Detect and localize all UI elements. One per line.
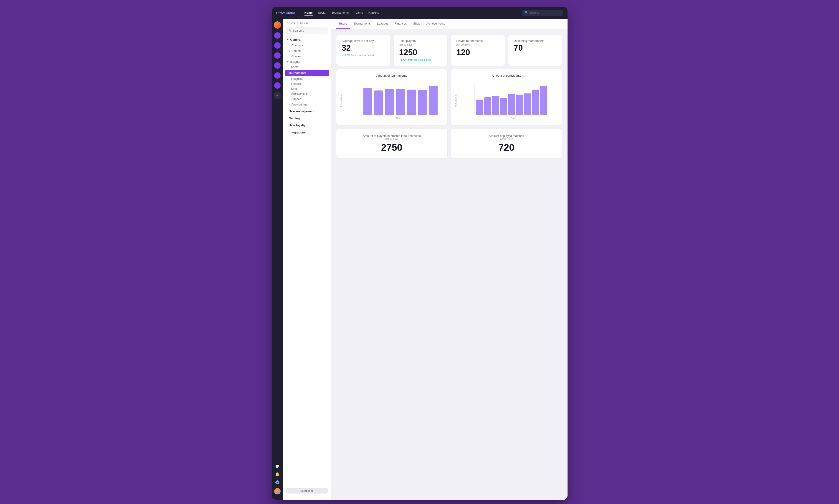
- chevron-right-icon: ›: [289, 44, 290, 47]
- sidebar-item-support[interactable]: › Support: [283, 96, 331, 102]
- sub-tabs: Users Tournaments Leagues Finances Shop …: [331, 19, 567, 29]
- sidebar-section-general: ▼ General › Company › Content › Content: [283, 37, 331, 107]
- chart-tournaments-wrapper: Tournaments: [342, 81, 442, 121]
- stat-card-total-players-value: 1250: [399, 48, 442, 57]
- svg-rect-10: [418, 90, 427, 115]
- sidebar-section-user-management-title[interactable]: › User management: [283, 108, 331, 114]
- nav-icon-4[interactable]: [274, 62, 280, 69]
- add-workspace-button[interactable]: +: [274, 92, 280, 99]
- sidebar-section-integrations-label: Integrations: [289, 131, 306, 134]
- bottom-stat-interested-title: Amount of players interested in tourname…: [342, 134, 442, 138]
- sidebar-section-user-management-label: User management: [289, 110, 314, 113]
- sidebar-section-gaming-label: Gaming: [289, 116, 300, 120]
- chart-tournaments-svg: Date: [351, 81, 442, 120]
- tab-tournaments[interactable]: Tournaments: [351, 19, 373, 29]
- sidebar-subitem-shop[interactable]: Shop: [283, 86, 331, 91]
- chevron-right-icon: ›: [289, 98, 290, 101]
- tab-users[interactable]: Users: [336, 19, 350, 29]
- stat-card-played-tournaments-title: Played tournaments: [457, 39, 499, 42]
- sidebar-search[interactable]: 🔍: [286, 28, 328, 34]
- sidebar-subitem-achievements[interactable]: Achievements: [283, 91, 331, 96]
- svg-rect-20: [516, 94, 523, 115]
- collapse-all-button[interactable]: Collapse all: [286, 488, 328, 493]
- svg-point-1: [276, 24, 277, 26]
- chevron-right-icon: ›: [287, 131, 287, 134]
- sidebar-section-integrations-title[interactable]: › Integrations: [283, 129, 331, 136]
- nav-home[interactable]: Home: [305, 10, 313, 16]
- top-avatar: [274, 21, 281, 29]
- stat-card-total-players-change: +4.76% from previous period: [399, 58, 442, 61]
- sidebar-subitem-leagues[interactable]: Leagues: [283, 76, 331, 82]
- svg-rect-16: [484, 97, 491, 115]
- stat-card-played-tournaments-subtitle: last 30 days: [457, 43, 499, 46]
- user-avatar[interactable]: [274, 488, 280, 494]
- sidebar-item-app-settings[interactable]: › App settings: [283, 102, 331, 107]
- nav-icon-2[interactable]: [274, 42, 280, 49]
- tab-leagues[interactable]: Leagues: [374, 19, 391, 29]
- sidebar-search-input[interactable]: [293, 29, 326, 32]
- chart-card-tournaments: Amount of tournaments Tournaments: [336, 69, 447, 125]
- chart-tournaments-y-label: Tournaments: [340, 94, 343, 107]
- top-nav: StriveCloud Home Social Tournaments Team…: [272, 7, 567, 19]
- sidebar-section-gaming: › Gaming: [283, 115, 331, 121]
- stat-card-total-players-subtitle: last 30 days: [399, 43, 442, 46]
- svg-text:Date: Date: [511, 117, 516, 120]
- dashboard: Average players per day 32 +18.3% from p…: [331, 29, 567, 164]
- chevron-right-icon: ›: [287, 110, 287, 112]
- stat-card-upcoming-tournaments-value: 70: [514, 43, 557, 53]
- chevron-right-icon: ›: [289, 55, 290, 58]
- chat-icon[interactable]: 💬: [275, 464, 280, 469]
- logo: StriveCloud: [276, 11, 295, 15]
- stat-card-total-players-title: Total players: [399, 39, 442, 42]
- settings-icon[interactable]: ⚙️: [275, 480, 280, 484]
- nav-social[interactable]: Social: [318, 10, 326, 16]
- main-layout: + 💬 🔔 ⚙️ Control Panel 🔍 ▼ General: [272, 19, 567, 500]
- sidebar-section-user-loyalty-label: User loyalty: [289, 124, 306, 127]
- sidebar-subitem-finances[interactable]: Finances: [283, 82, 331, 86]
- tab-achievements[interactable]: Achievements: [424, 19, 448, 29]
- nav-teams[interactable]: Teams: [354, 10, 363, 16]
- chart-participants-y-label: Participants: [454, 94, 457, 106]
- bottom-stat-matches-value: 720: [457, 142, 557, 153]
- nav-icon-5[interactable]: [274, 72, 280, 79]
- sidebar-section-user-loyalty-title[interactable]: › User loyalty: [283, 122, 331, 128]
- content-area: Users Tournaments Leagues Finances Shop …: [331, 19, 567, 500]
- sidebar-section-integrations: › Integrations: [283, 129, 331, 136]
- chevron-right-icon: ›: [287, 124, 287, 127]
- top-search-bar[interactable]: 🔍: [522, 10, 563, 16]
- bottom-stat-matches-subtitle: last 30 days: [457, 138, 557, 140]
- svg-point-2: [278, 24, 279, 26]
- chart-card-participants: Amount of participants Participants: [451, 69, 562, 125]
- svg-rect-23: [540, 86, 547, 115]
- chart-participants-svg: Date: [466, 81, 557, 120]
- svg-rect-11: [429, 86, 438, 115]
- stat-card-avg-players-change: +18.3% from previous period: [342, 54, 384, 57]
- icon-bar: + 💬 🔔 ⚙️: [272, 19, 283, 500]
- tab-finances[interactable]: Finances: [392, 19, 410, 29]
- nav-icon-1[interactable]: [274, 32, 280, 39]
- sidebar-section-general-title[interactable]: ▼ General: [283, 37, 331, 43]
- chevron-down-icon: ▼: [287, 61, 289, 63]
- svg-rect-9: [407, 90, 416, 115]
- bottom-stat-card-interested: Amount of players interested in tourname…: [336, 129, 447, 159]
- sidebar-item-company[interactable]: › Company: [283, 43, 331, 48]
- top-search-input[interactable]: [530, 11, 561, 14]
- sidebar-subitem-tournaments[interactable]: Tournaments: [285, 70, 329, 76]
- sidebar-section-gaming-title[interactable]: › Gaming: [283, 115, 331, 121]
- svg-rect-17: [492, 96, 499, 115]
- tab-shop[interactable]: Shop: [410, 19, 423, 29]
- sidebar-item-insights[interactable]: ▼ Insights: [283, 59, 331, 65]
- sidebar-subitem-users[interactable]: Users: [283, 65, 331, 70]
- logo-highlight: Strive: [276, 11, 286, 15]
- nav-icon-6[interactable]: [274, 82, 280, 89]
- svg-rect-22: [532, 90, 539, 115]
- nav-icon-3[interactable]: [274, 52, 280, 59]
- bell-icon[interactable]: 🔔: [275, 472, 280, 476]
- nav-ranking[interactable]: Ranking: [369, 10, 379, 16]
- sidebar-item-content-2[interactable]: › Content: [283, 54, 331, 59]
- bottom-stat-interested-subtitle: last 30 days: [342, 138, 442, 140]
- svg-rect-15: [476, 100, 483, 115]
- sidebar-item-content-1[interactable]: › Content: [283, 48, 331, 54]
- nav-tournaments[interactable]: Tournaments: [331, 10, 348, 16]
- app-window: StriveCloud Home Social Tournaments Team…: [272, 7, 567, 500]
